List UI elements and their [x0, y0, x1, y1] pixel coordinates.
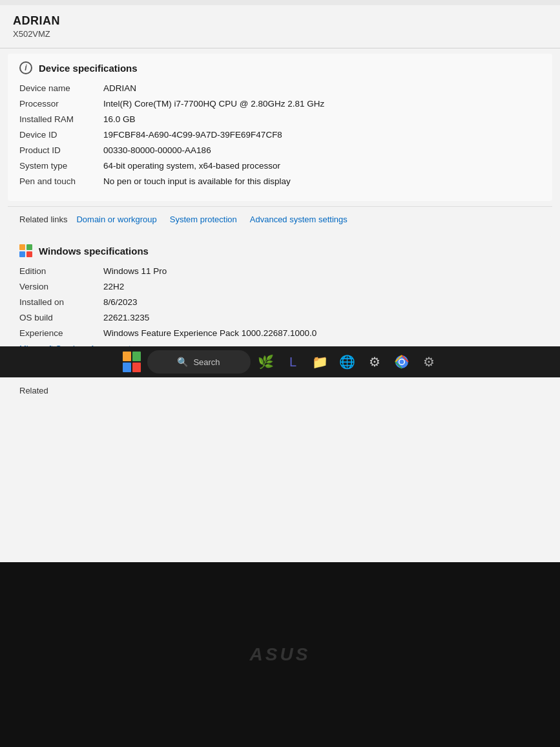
bezel: ASUS [0, 562, 560, 747]
spec-rows: Device name ADRIAN Processor Intel(R) Co… [19, 83, 541, 186]
win-spec-row: Installed on 8/6/2023 [19, 297, 541, 307]
spec-value: 64-bit operating system, x64-based proce… [103, 161, 280, 171]
spec-label: Device name [19, 83, 103, 93]
win-spec-value: Windows 11 Pro [103, 266, 167, 276]
win-spec-row: OS build 22621.3235 [19, 313, 541, 322]
device-subtitle: X502VMZ [13, 29, 547, 39]
info-icon: i [19, 61, 32, 74]
windows-specs-title: Windows specifications [39, 246, 149, 257]
spec-label: Pen and touch [19, 176, 103, 186]
spec-label: Processor [19, 99, 103, 109]
start-button[interactable] [120, 350, 143, 374]
windows-specs-header: Windows specifications [19, 244, 541, 257]
spec-value: 19FCBF84-A690-4C99-9A7D-39FE69F47CF8 [103, 130, 282, 140]
spec-label: System type [19, 161, 103, 171]
gear-button[interactable]: ⚙ [417, 350, 441, 374]
screen: ADRIAN X502VMZ i Device specifications D… [0, 0, 560, 562]
related-links-container: Domain or workgroupSystem protectionAdva… [76, 213, 360, 225]
chat-button[interactable]: L [282, 350, 305, 374]
advanced-system-link[interactable]: Advanced system settings [250, 215, 347, 224]
spec-value: No pen or touch input is available for t… [103, 176, 291, 186]
search-label: Search [193, 357, 220, 367]
device-specs-title: Device specifications [39, 63, 138, 74]
win-spec-label: OS build [19, 313, 103, 322]
top-bar [0, 0, 560, 5]
edge-button[interactable]: 🌐 [336, 350, 359, 374]
domain-link[interactable]: Domain or workgroup [76, 215, 156, 224]
file-explorer-button[interactable]: 📁 [309, 350, 332, 374]
spec-row: Device name ADRIAN [19, 83, 541, 93]
win-spec-row: Edition Windows 11 Pro [19, 266, 541, 276]
win-spec-value: 22621.3235 [103, 313, 149, 322]
spec-row: Processor Intel(R) Core(TM) i7-7700HQ CP… [19, 99, 541, 109]
spec-label: Installed RAM [19, 114, 103, 124]
spec-value: 16.0 GB [103, 114, 136, 124]
spec-row: Product ID 00330-80000-00000-AA186 [19, 145, 541, 155]
spec-row: Device ID 19FCBF84-A690-4C99-9A7D-39FE69… [19, 130, 541, 140]
win-spec-value: 8/6/2023 [103, 297, 138, 307]
related-links-label: Related links [19, 215, 67, 224]
spec-label: Device ID [19, 130, 103, 140]
win-spec-row: Experience Windows Feature Experience Pa… [19, 328, 541, 338]
device-header: ADRIAN X502VMZ [0, 5, 560, 44]
win-spec-value: Windows Feature Experience Pack 1000.226… [103, 328, 316, 338]
device-title: ADRIAN [13, 14, 547, 28]
spec-label: Product ID [19, 145, 103, 155]
spec-value: Intel(R) Core(TM) i7-7700HQ CPU @ 2.80GH… [103, 99, 324, 109]
win-spec-row: Version 22H2 [19, 282, 541, 291]
spec-value: ADRIAN [103, 83, 136, 93]
search-box[interactable]: 🔍 Search [147, 350, 251, 374]
spec-row: Pen and touch No pen or touch input is a… [19, 176, 541, 186]
header-divider [0, 48, 560, 48]
spec-value: 00330-80000-00000-AA186 [103, 145, 211, 155]
win-spec-label: Version [19, 282, 103, 291]
win-spec-value: 22H2 [103, 282, 124, 291]
spec-row: Installed RAM 16.0 GB [19, 114, 541, 124]
svg-point-2 [399, 360, 404, 364]
related-bottom-label: Related [8, 381, 552, 398]
widgets-button[interactable]: 🌿 [254, 350, 278, 374]
asus-logo: ASUS [250, 644, 311, 665]
device-specs-header: i Device specifications [19, 61, 541, 74]
device-specs-section: i Device specifications Device name ADRI… [8, 54, 552, 201]
win-spec-label: Edition [19, 266, 103, 276]
windows-logo-icon [19, 244, 32, 257]
taskbar: 🔍 Search 🌿 L 📁 🌐 ⚙ [0, 346, 560, 377]
search-icon: 🔍 [177, 357, 188, 367]
related-links-bar: Related links Domain or workgroupSystem … [8, 206, 552, 231]
win-spec-rows: Edition Windows 11 Pro Version 22H2 Inst… [19, 266, 541, 338]
system-protection-link[interactable]: System protection [170, 215, 237, 224]
win-spec-label: Installed on [19, 297, 103, 307]
settings-button-tb[interactable]: ⚙ [363, 350, 386, 374]
win-spec-label: Experience [19, 328, 103, 338]
spec-row: System type 64-bit operating system, x64… [19, 161, 541, 171]
chrome-button[interactable] [390, 350, 413, 374]
